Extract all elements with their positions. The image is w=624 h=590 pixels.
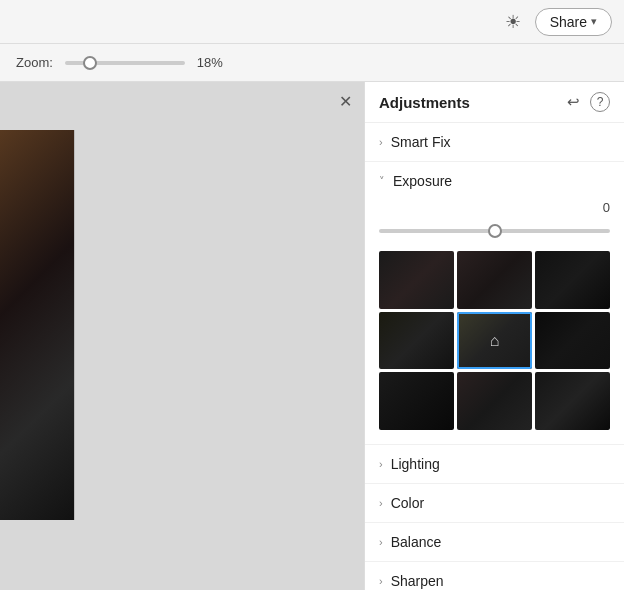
exposure-label: Exposure [393, 173, 452, 189]
color-chevron-icon: › [379, 497, 383, 509]
panel-title: Adjustments [379, 94, 470, 111]
close-button[interactable]: ✕ [334, 90, 356, 112]
lighting-chevron-icon: › [379, 458, 383, 470]
color-label: Color [391, 495, 424, 511]
lighting-section[interactable]: › Lighting [365, 445, 624, 484]
top-bar: ☀ Share ▾ [0, 0, 624, 44]
smart-fix-chevron-icon: › [379, 136, 383, 148]
exposure-value: 0 [603, 200, 610, 215]
thumb-cell-3[interactable] [535, 251, 610, 309]
canvas-area: ✕ [0, 82, 364, 590]
thumb-cell-7[interactable] [379, 372, 454, 430]
balance-chevron-icon: › [379, 536, 383, 548]
share-chevron-icon: ▾ [591, 15, 597, 28]
lighting-label: Lighting [391, 456, 440, 472]
share-label: Share [550, 14, 587, 30]
main-area: ✕ Adjustments ↩ ? › Smart Fix [0, 82, 624, 590]
sun-icon: ☀ [501, 10, 525, 34]
help-button[interactable]: ? [590, 92, 610, 112]
thumb-cell-5[interactable]: ⌂ [457, 312, 532, 370]
sharpen-chevron-icon: › [379, 575, 383, 587]
thumb-cell-9[interactable] [535, 372, 610, 430]
thumb-cell-8[interactable] [457, 372, 532, 430]
thumb-cell-6[interactable] [535, 312, 610, 370]
exposure-value-row: 0 [379, 200, 610, 215]
panel-scroll: › Smart Fix ˅ Exposure 0 [365, 123, 624, 590]
zoom-percent: 18% [197, 55, 223, 70]
panel-header: Adjustments ↩ ? [365, 82, 624, 123]
smart-fix-section[interactable]: › Smart Fix [365, 123, 624, 162]
right-panel: Adjustments ↩ ? › Smart Fix ˅ Exposur [364, 82, 624, 590]
help-icon: ? [597, 95, 604, 109]
exposure-content: 0 [365, 200, 624, 444]
balance-section[interactable]: › Balance [365, 523, 624, 562]
zoom-bar: Zoom: 18% [0, 44, 624, 82]
smart-fix-label: Smart Fix [391, 134, 451, 150]
exposure-chevron-icon: ˅ [379, 175, 385, 188]
thumb-cell-1[interactable] [379, 251, 454, 309]
image-thumbnail [0, 130, 75, 520]
thumb-cell-4[interactable] [379, 312, 454, 370]
sharpen-label: Sharpen [391, 573, 444, 589]
thumb-cell-2[interactable] [457, 251, 532, 309]
sharpen-section[interactable]: › Sharpen [365, 562, 624, 590]
undo-button[interactable]: ↩ [567, 93, 580, 111]
exposure-slider-container [379, 219, 610, 237]
exposure-slider[interactable] [379, 229, 610, 233]
close-icon: ✕ [339, 92, 352, 111]
zoom-label: Zoom: [16, 55, 53, 70]
color-section[interactable]: › Color [365, 484, 624, 523]
share-button[interactable]: Share ▾ [535, 8, 612, 36]
exposure-header[interactable]: ˅ Exposure [365, 162, 624, 200]
balance-label: Balance [391, 534, 442, 550]
exposure-section: ˅ Exposure 0 [365, 162, 624, 445]
panel-header-icons: ↩ ? [567, 92, 610, 112]
exposure-thumbnail-grid: ⌂ [379, 251, 610, 430]
undo-icon: ↩ [567, 93, 580, 111]
thumb-selected-icon: ⌂ [490, 332, 500, 350]
zoom-slider[interactable] [65, 61, 185, 65]
